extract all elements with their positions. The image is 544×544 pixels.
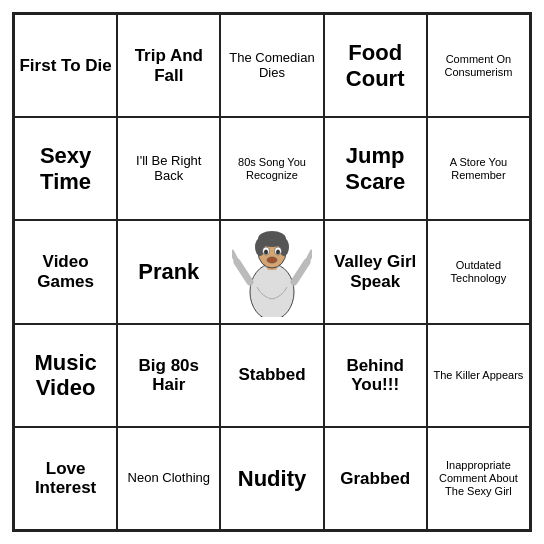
cell-label-10: Video Games — [19, 252, 112, 291]
bingo-cell-23: Grabbed — [324, 427, 427, 530]
cell-label-20: Love Interest — [19, 459, 112, 498]
cell-label-14: Outdated Technology — [432, 259, 525, 284]
cell-label-24: Inappropriate Comment About The Sexy Gir… — [432, 459, 525, 497]
bingo-cell-3: Food Court — [324, 14, 427, 117]
bingo-cell-19: The Killer Appears — [427, 324, 530, 427]
bingo-cell-20: Love Interest — [14, 427, 117, 530]
bingo-cell-18: Behind You!!! — [324, 324, 427, 427]
svg-point-13 — [276, 249, 280, 254]
bingo-cell-16: Big 80s Hair — [117, 324, 220, 427]
bingo-cell-22: Nudity — [220, 427, 323, 530]
cell-label-9: A Store You Remember — [432, 156, 525, 181]
cell-label-23: Grabbed — [340, 469, 410, 489]
cell-label-21: Neon Clothing — [128, 471, 210, 486]
bingo-cell-4: Comment On Consumerism — [427, 14, 530, 117]
bingo-card: First To DieTrip And FallThe Comedian Di… — [12, 12, 532, 532]
bingo-cell-6: I'll Be Right Back — [117, 117, 220, 220]
bingo-cell-14: Outdated Technology — [427, 220, 530, 323]
bingo-cell-17: Stabbed — [220, 324, 323, 427]
bingo-cell-8: Jump Scare — [324, 117, 427, 220]
scared-woman-image — [225, 225, 318, 318]
cell-label-19: The Killer Appears — [433, 369, 523, 382]
cell-label-2: The Comedian Dies — [225, 51, 318, 81]
svg-line-3 — [294, 262, 307, 282]
bingo-cell-10: Video Games — [14, 220, 117, 323]
cell-label-5: Sexy Time — [19, 143, 112, 194]
cell-label-4: Comment On Consumerism — [432, 53, 525, 78]
svg-point-0 — [250, 264, 294, 317]
svg-point-14 — [267, 257, 277, 263]
cell-label-7: 80s Song You Recognize — [225, 156, 318, 181]
bingo-cell-11: Prank — [117, 220, 220, 323]
bingo-cell-2: The Comedian Dies — [220, 14, 323, 117]
bingo-cell-5: Sexy Time — [14, 117, 117, 220]
cell-label-3: Food Court — [329, 40, 422, 91]
cell-label-6: I'll Be Right Back — [122, 154, 215, 184]
cell-label-22: Nudity — [238, 466, 306, 491]
cell-label-0: First To Die — [19, 56, 111, 76]
cell-label-18: Behind You!!! — [329, 356, 422, 395]
bingo-cell-24: Inappropriate Comment About The Sexy Gir… — [427, 427, 530, 530]
cell-label-17: Stabbed — [238, 365, 305, 385]
cell-label-8: Jump Scare — [329, 143, 422, 194]
cell-label-1: Trip And Fall — [122, 46, 215, 85]
svg-point-12 — [264, 249, 268, 254]
svg-line-2 — [232, 252, 237, 262]
bingo-cell-7: 80s Song You Recognize — [220, 117, 323, 220]
bingo-cell-1: Trip And Fall — [117, 14, 220, 117]
bingo-cell-13: Valley Girl Speak — [324, 220, 427, 323]
cell-label-11: Prank — [138, 259, 199, 284]
cell-label-13: Valley Girl Speak — [329, 252, 422, 291]
svg-line-4 — [307, 252, 312, 262]
cell-label-16: Big 80s Hair — [122, 356, 215, 395]
bingo-cell-9: A Store You Remember — [427, 117, 530, 220]
bingo-cell-15: Music Video — [14, 324, 117, 427]
svg-line-1 — [237, 262, 250, 282]
bingo-cell-21: Neon Clothing — [117, 427, 220, 530]
cell-label-15: Music Video — [19, 350, 112, 401]
bingo-cell-0: First To Die — [14, 14, 117, 117]
bingo-cell-12 — [220, 220, 323, 323]
